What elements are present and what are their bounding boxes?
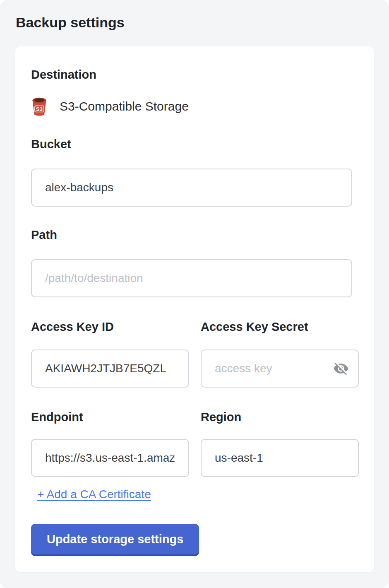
region-label: Region — [201, 411, 359, 423]
backup-settings-card: Destination S3 S3-Compatible Storage Buc… — [15, 46, 374, 572]
s3-bucket-icon: S3 — [31, 96, 48, 116]
endpoint-field: Endpoint — [31, 411, 189, 477]
endpoint-region-row: Endpoint Region — [31, 411, 358, 477]
access-key-id-field: Access Key ID — [31, 321, 189, 388]
path-label: Path — [31, 229, 358, 241]
endpoint-label: Endpoint — [31, 411, 189, 423]
access-key-secret-label: Access Key Secret — [201, 321, 359, 333]
add-ca-certificate-link[interactable]: + Add a CA Certificate — [37, 488, 151, 501]
access-key-id-label: Access Key ID — [31, 321, 189, 333]
svg-text:S3: S3 — [36, 106, 43, 112]
backup-settings-page: Backup settings Destination S3 S3-Compat… — [0, 0, 389, 588]
destination-value-row: S3 S3-Compatible Storage — [31, 96, 358, 116]
access-keys-row: Access Key ID Access Key Secret — [31, 321, 358, 388]
bucket-input[interactable] — [31, 169, 352, 207]
region-input[interactable] — [201, 439, 359, 477]
region-field: Region — [201, 411, 359, 477]
bucket-label: Bucket — [31, 138, 358, 150]
access-key-id-input[interactable] — [31, 349, 189, 388]
destination-value: S3-Compatible Storage — [60, 99, 189, 113]
endpoint-input[interactable] — [31, 439, 189, 477]
destination-label: Destination — [31, 68, 358, 81]
path-input[interactable] — [31, 259, 352, 297]
update-storage-settings-button[interactable]: Update storage settings — [31, 524, 199, 554]
access-key-secret-field: Access Key Secret — [201, 321, 359, 388]
page-title: Backup settings — [0, 0, 389, 31]
eye-off-icon[interactable] — [333, 361, 349, 376]
